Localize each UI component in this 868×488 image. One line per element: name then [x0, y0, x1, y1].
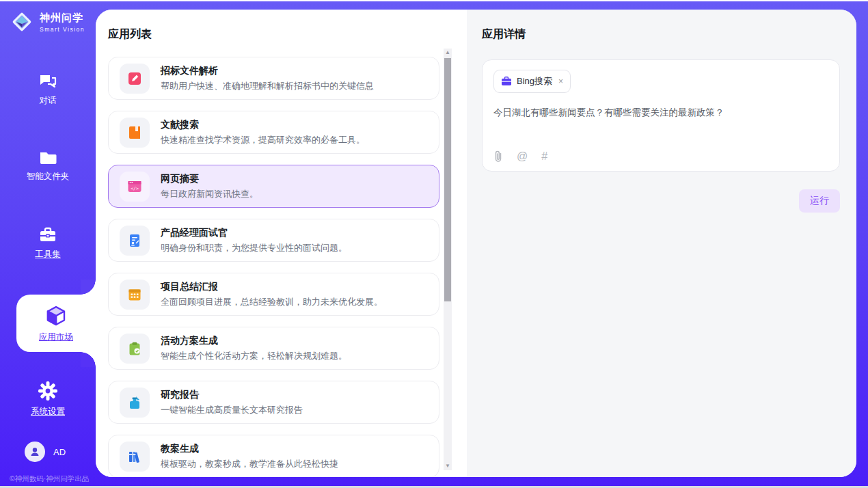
- app-card-research-report[interactable]: 研究报告 一键智能生成高质量长文本研究报告: [108, 381, 439, 424]
- sidebar-item-settings[interactable]: 系统设置: [0, 381, 96, 418]
- app-title: 项目总结汇报: [161, 281, 383, 293]
- brand-logo: 神州问学 Smart Vision: [0, 10, 85, 34]
- app-desc: 每日政府新闻资讯快查。: [161, 188, 258, 200]
- app-title: 研究报告: [161, 389, 303, 401]
- sidebar-item-label: 工具集: [35, 249, 61, 260]
- hash-icon[interactable]: #: [541, 150, 547, 163]
- tool-tag-bing-search[interactable]: Bing搜索 ×: [493, 70, 571, 93]
- avatar: [25, 442, 45, 462]
- app-list: 招标文件解析 帮助用户快速、准确地理解和解析招标书中的关键信息 文献搜索 快速精…: [96, 47, 467, 477]
- app-card-event-plan[interactable]: 活动方案生成 智能生成个性化活动方案，轻松解决规划难题。: [108, 327, 439, 370]
- sidebar-nav: 对话 智能文件夹 工具集: [0, 34, 96, 418]
- attachment-toolbar: @ #: [493, 150, 828, 163]
- app-title: 产品经理面试官: [161, 227, 347, 239]
- sidebar-item-label: 对话: [40, 95, 57, 107]
- sidebar-item-smart-folder[interactable]: 智能文件夹: [0, 150, 96, 182]
- run-button[interactable]: 运行: [799, 189, 840, 213]
- sidebar: 神州问学 Smart Vision 对话 智能文件夹: [0, 0, 96, 488]
- folder-icon: [38, 150, 57, 166]
- app-list-title: 应用列表: [96, 10, 467, 42]
- brand-name-en: Smart Vision: [40, 26, 85, 33]
- briefcase-icon: [501, 77, 512, 86]
- scrollbar-thumb[interactable]: [444, 58, 451, 301]
- chat-icon: [38, 72, 57, 90]
- app-title: 招标文件解析: [161, 65, 374, 77]
- bid-document-icon: [120, 64, 150, 94]
- user-name: AD: [53, 447, 66, 457]
- prompt-card[interactable]: Bing搜索 × 今日湖北有哪些新闻要点？有哪些需要关注的最新政策？ @ #: [482, 59, 840, 172]
- app-desc: 帮助用户快速、准确地理解和解析招标书中的关键信息: [161, 80, 374, 92]
- copyright-text: ©神州数码·神州问学出品: [10, 474, 96, 484]
- app-card-bid-analysis[interactable]: 招标文件解析 帮助用户快速、准确地理解和解析招标书中的关键信息: [108, 57, 439, 100]
- sidebar-item-label: 系统设置: [31, 406, 65, 418]
- sidebar-item-app-market[interactable]: 应用市场: [16, 295, 96, 352]
- window-top-edge: [0, 0, 868, 1]
- sidebar-item-label: 智能文件夹: [27, 171, 70, 182]
- app-card-lesson-plan[interactable]: 教案生成 模板驱动，教案秒成，教学准备从此轻松快捷: [108, 435, 439, 477]
- tool-tag-label: Bing搜索: [517, 75, 552, 87]
- app-title: 教案生成: [161, 443, 338, 455]
- app-desc: 智能生成个性化活动方案，轻松解决规划难题。: [161, 350, 347, 362]
- app-card-literature-search[interactable]: 文献搜索 快速精准查找学术资源，提高研究效率的必备工具。: [108, 111, 439, 154]
- scroll-up-icon[interactable]: ▲: [444, 49, 452, 57]
- toolbox-icon: [38, 226, 57, 244]
- app-card-pm-interviewer[interactable]: 产品经理面试官 明确身份和职责，为您提供专业性的面试问题。: [108, 219, 439, 262]
- mention-icon[interactable]: @: [517, 150, 528, 163]
- app-card-project-report[interactable]: 项目总结汇报 全面回顾项目进展，总结经验教训，助力未来优化发展。: [108, 273, 439, 316]
- main-content: 应用列表 招标文件解析 帮助用户快速、准确地理解和解析招标书中的关键信息: [96, 10, 856, 477]
- app-desc: 快速精准查找学术资源，提高研究效率的必备工具。: [161, 134, 365, 146]
- brand-name-cn: 神州问学: [40, 12, 85, 25]
- diamond-logo-icon: [10, 10, 34, 34]
- book-icon: [120, 118, 150, 148]
- app-card-web-summary[interactable]: </> 网页摘要 每日政府新闻资讯快查。: [108, 165, 439, 208]
- app-title: 文献搜索: [161, 119, 365, 131]
- scroll-down-icon[interactable]: ▼: [444, 462, 452, 470]
- query-text[interactable]: 今日湖北有哪些新闻要点？有哪些需要关注的最新政策？: [493, 107, 828, 119]
- ink-report-icon: [120, 388, 150, 418]
- app-detail-title: 应用详情: [467, 10, 856, 42]
- app-title: 网页摘要: [161, 173, 258, 185]
- app-desc: 模板驱动，教案秒成，教学准备从此轻松快捷: [161, 458, 338, 470]
- sidebar-item-chat[interactable]: 对话: [0, 72, 96, 107]
- browser-code-icon: </>: [120, 172, 150, 202]
- app-desc: 一键智能生成高质量长文本研究报告: [161, 404, 303, 416]
- interview-doc-icon: [120, 226, 150, 256]
- sidebar-item-label: 应用市场: [39, 331, 73, 343]
- app-list-panel: 应用列表 招标文件解析 帮助用户快速、准确地理解和解析招标书中的关键信息: [96, 10, 467, 477]
- app-title: 活动方案生成: [161, 335, 347, 347]
- cube-icon: [46, 305, 66, 327]
- clipboard-check-icon: [120, 334, 150, 364]
- app-desc: 全面回顾项目进展，总结经验教训，助力未来优化发展。: [161, 296, 383, 308]
- app-detail-panel: 应用详情 Bing搜索 × 今日湖北有哪些新闻要点？有哪些需要关注的最新政策？: [467, 10, 856, 477]
- books-icon: [120, 442, 150, 472]
- gear-icon: [38, 381, 58, 401]
- sidebar-item-toolset[interactable]: 工具集: [0, 226, 96, 260]
- paperclip-icon[interactable]: [493, 150, 503, 163]
- app-desc: 明确身份和职责，为您提供专业性的面试问题。: [161, 242, 347, 254]
- svg-text:</>: </>: [131, 185, 139, 191]
- calendar-icon: [120, 280, 150, 310]
- tag-close-icon[interactable]: ×: [558, 77, 563, 86]
- list-scrollbar[interactable]: ▲ ▼: [444, 49, 452, 470]
- user-account[interactable]: AD: [25, 442, 96, 462]
